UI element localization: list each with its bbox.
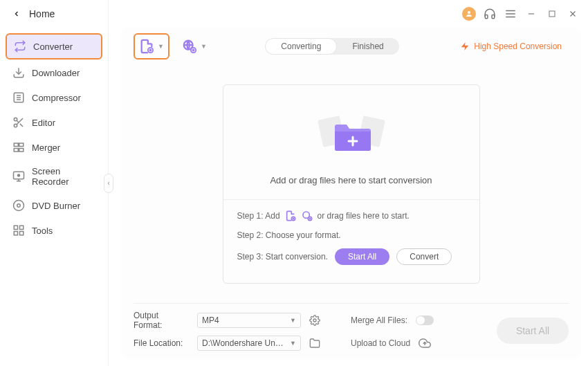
chevron-down-icon: ▼ [201, 43, 207, 50]
svg-marker-39 [461, 42, 469, 51]
file-location-row: File Location: D:\Wondershare UniConvert… [134, 336, 497, 351]
svg-rect-21 [20, 226, 24, 229]
sidebar-item-label: Screen Recorder [32, 166, 95, 187]
dropzone[interactable]: Add or drag files here to start conversi… [223, 84, 480, 284]
convert-button[interactable]: Convert [396, 248, 452, 265]
svg-line-9 [17, 120, 19, 122]
merger-icon [12, 141, 25, 154]
step-3: Step 3: Start conversion. Start All Conv… [237, 248, 466, 265]
sidebar-item-label: Editor [32, 118, 55, 128]
sidebar-item-label: DVD Burner [32, 201, 80, 211]
high-speed-button[interactable]: High Speed Conversion [453, 39, 569, 54]
content: ▼ ▼ Converting Finished High Speed Conve… [121, 28, 581, 359]
file-location-select[interactable]: D:\Wondershare UniConverter 1 ▼ [197, 336, 301, 351]
collapse-sidebar-button[interactable] [104, 174, 113, 193]
output-format-select[interactable]: MP4 ▼ [197, 313, 301, 328]
gear-icon[interactable] [309, 315, 320, 326]
folder-icon[interactable] [309, 338, 320, 349]
sidebar-item-label: Converter [33, 42, 73, 52]
add-url-button[interactable]: ▼ [178, 35, 211, 58]
svg-point-24 [468, 11, 470, 14]
upload-label: Upload to Cloud [351, 338, 410, 348]
compressor-icon [12, 91, 25, 104]
sidebar-item-label: Tools [32, 226, 53, 236]
chevron-down-icon: ▼ [290, 317, 296, 324]
screen-recorder-icon [12, 170, 25, 183]
sidebar-item-merger[interactable]: Merger [6, 136, 102, 159]
output-format-label: Output Format: [134, 311, 189, 330]
chevron-down-icon: ▼ [158, 43, 164, 50]
svg-point-19 [17, 204, 21, 208]
sidebar: Home Converter Downloader Compressor [0, 0, 109, 366]
home-label[interactable]: Home [29, 8, 55, 19]
svg-rect-10 [14, 143, 18, 147]
editor-icon [12, 116, 25, 129]
high-speed-label: High Speed Conversion [474, 42, 562, 51]
start-all-main-button[interactable]: Start All [497, 318, 569, 344]
downloader-icon [12, 66, 25, 79]
maximize-icon[interactable] [545, 7, 559, 21]
svg-line-8 [20, 124, 23, 127]
cloud-icon[interactable] [419, 337, 431, 349]
sidebar-item-compressor[interactable]: Compressor [6, 86, 102, 109]
step-2: Step 2: Choose your format. [237, 229, 466, 241]
avatar[interactable] [462, 7, 476, 21]
main: ▼ ▼ Converting Finished High Speed Conve… [109, 0, 588, 366]
add-file-icon [284, 210, 297, 222]
step-1: Step 1: Add or drag files here to start. [237, 210, 466, 222]
bolt-icon [460, 42, 470, 51]
sidebar-item-label: Compressor [32, 93, 81, 103]
sidebar-header: Home [0, 0, 108, 28]
sidebar-item-screen-recorder[interactable]: Screen Recorder [6, 161, 102, 192]
titlebar [109, 0, 588, 28]
minimize-icon[interactable] [524, 7, 538, 21]
close-icon[interactable] [566, 7, 580, 21]
dropzone-text: Add or drag files here to start conversi… [232, 175, 471, 185]
center-area: Add or drag files here to start conversi… [134, 65, 569, 303]
svg-rect-29 [549, 11, 555, 17]
sidebar-item-converter[interactable]: Converter [6, 33, 102, 60]
svg-rect-12 [14, 149, 18, 152]
svg-rect-11 [19, 143, 24, 147]
sidebar-item-label: Merger [32, 143, 60, 153]
converter-icon [14, 40, 26, 53]
start-all-button[interactable]: Start All [335, 248, 389, 265]
svg-point-18 [14, 201, 24, 211]
sidebar-item-dvd-burner[interactable]: DVD Burner [6, 194, 102, 217]
sidebar-item-tools[interactable]: Tools [6, 219, 102, 242]
chevron-down-icon: ▼ [290, 340, 296, 347]
svg-rect-22 [20, 232, 24, 235]
tab-finished[interactable]: Finished [337, 38, 398, 55]
add-url-icon [301, 210, 313, 222]
add-file-button[interactable]: ▼ [134, 33, 169, 60]
svg-rect-13 [19, 149, 24, 152]
folder-illustration [232, 102, 471, 164]
svg-point-51 [313, 319, 316, 322]
dvd-icon [12, 199, 25, 212]
nav-list: Converter Downloader Compressor Editor [0, 33, 108, 242]
sidebar-item-editor[interactable]: Editor [6, 111, 102, 134]
footer: Output Format: MP4 ▼ Merge All Files: St… [134, 303, 569, 359]
status-tabs: Converting Finished [265, 38, 398, 55]
file-location-label: File Location: [134, 338, 189, 348]
divider [223, 199, 479, 200]
support-icon[interactable] [483, 7, 497, 21]
svg-point-5 [14, 118, 17, 121]
merge-label: Merge All Files: [351, 315, 407, 325]
toolbar: ▼ ▼ Converting Finished High Speed Conve… [134, 28, 569, 65]
svg-rect-23 [14, 232, 17, 235]
svg-point-6 [14, 124, 17, 127]
svg-rect-20 [14, 226, 17, 229]
menu-icon[interactable] [504, 7, 517, 21]
svg-point-17 [18, 174, 20, 176]
tab-converting[interactable]: Converting [265, 38, 337, 55]
tools-icon [12, 224, 25, 237]
output-format-row: Output Format: MP4 ▼ Merge All Files: [134, 311, 497, 330]
back-icon[interactable] [12, 10, 21, 18]
sidebar-item-label: Downloader [32, 68, 80, 78]
merge-toggle[interactable] [416, 315, 434, 325]
steps: Step 1: Add or drag files here to start.… [232, 210, 471, 265]
sidebar-item-downloader[interactable]: Downloader [6, 61, 102, 84]
